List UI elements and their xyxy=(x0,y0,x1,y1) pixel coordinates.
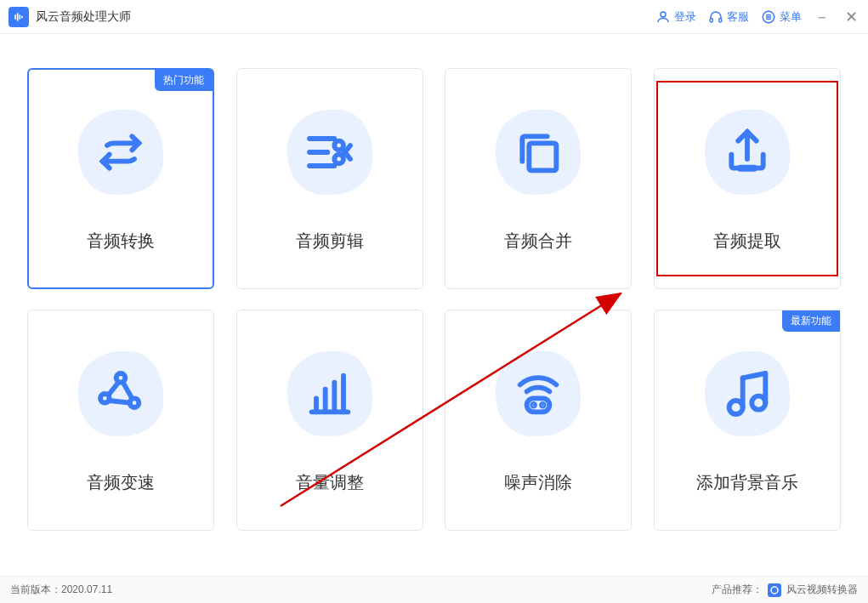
menu-icon xyxy=(761,9,776,25)
version-label: 当前版本： xyxy=(10,583,61,595)
version-value: 2020.07.11 xyxy=(61,583,112,595)
support-label: 客服 xyxy=(727,9,749,25)
noise-icon xyxy=(491,347,585,441)
headset-icon xyxy=(708,9,723,25)
svg-point-29 xyxy=(533,404,536,407)
support-button[interactable]: 客服 xyxy=(708,9,749,25)
svg-rect-18 xyxy=(530,143,557,170)
card-audio-merge[interactable]: 音频合并 xyxy=(445,68,632,289)
svg-point-30 xyxy=(542,404,544,407)
svg-rect-5 xyxy=(710,18,712,22)
menu-label: 菜单 xyxy=(780,9,802,25)
merge-icon xyxy=(491,105,585,199)
card-audio-extract[interactable]: 音频提取 xyxy=(654,68,841,289)
promo-product: 风云视频转换器 xyxy=(786,583,858,597)
card-label: 音频提取 xyxy=(713,230,781,253)
close-button[interactable]: ✕ xyxy=(842,8,859,26)
card-volume-adjust[interactable]: 音量调整 xyxy=(236,310,423,531)
app-title: 风云音频处理大师 xyxy=(36,9,655,25)
svg-point-4 xyxy=(661,12,666,17)
svg-line-35 xyxy=(743,373,766,378)
minimize-button[interactable]: － xyxy=(814,7,831,27)
card-label: 添加背景音乐 xyxy=(696,471,798,494)
speed-icon xyxy=(74,347,167,441)
card-label: 音量调整 xyxy=(296,471,364,494)
card-label: 音频转换 xyxy=(87,230,155,253)
titlebar-actions: 登录 客服 菜单 － ✕ xyxy=(655,7,859,27)
card-audio-speed[interactable]: 音频变速 xyxy=(27,310,214,531)
card-audio-cut[interactable]: 音频剪辑 xyxy=(236,68,423,289)
music-icon xyxy=(701,347,794,441)
card-label: 噪声消除 xyxy=(504,471,572,494)
user-icon xyxy=(655,9,671,25)
volume-icon xyxy=(283,347,377,441)
card-label: 音频剪辑 xyxy=(296,230,364,253)
feature-grid: 热门功能 音频转换 音频剪辑 音频合并 xyxy=(0,34,868,548)
convert-icon xyxy=(74,105,167,199)
menu-button[interactable]: 菜单 xyxy=(761,9,802,25)
app-logo xyxy=(9,7,29,27)
card-add-bgm[interactable]: 最新功能 添加背景音乐 xyxy=(654,310,841,531)
card-noise-remove[interactable]: 噪声消除 xyxy=(445,310,632,531)
svg-rect-6 xyxy=(719,18,722,22)
titlebar: 风云音频处理大师 登录 客服 菜单 － ✕ xyxy=(0,0,868,34)
login-button[interactable]: 登录 xyxy=(655,9,696,25)
footer: 当前版本：2020.07.11 产品推荐： 风云视频转换器 xyxy=(0,576,868,603)
version-info: 当前版本：2020.07.11 xyxy=(10,583,712,597)
new-badge: 最新功能 xyxy=(782,310,840,332)
promo-logo-icon xyxy=(768,583,781,597)
svg-point-38 xyxy=(771,587,778,594)
login-label: 登录 xyxy=(674,9,696,25)
card-label: 音频合并 xyxy=(504,230,572,253)
extract-icon xyxy=(701,105,794,199)
hot-badge: 热门功能 xyxy=(155,70,213,91)
cut-icon xyxy=(283,105,377,199)
card-audio-convert[interactable]: 热门功能 音频转换 xyxy=(27,68,214,289)
promo-link[interactable]: 产品推荐： 风云视频转换器 xyxy=(712,583,858,597)
card-label: 音频变速 xyxy=(87,471,155,494)
promo-label: 产品推荐： xyxy=(712,583,763,597)
